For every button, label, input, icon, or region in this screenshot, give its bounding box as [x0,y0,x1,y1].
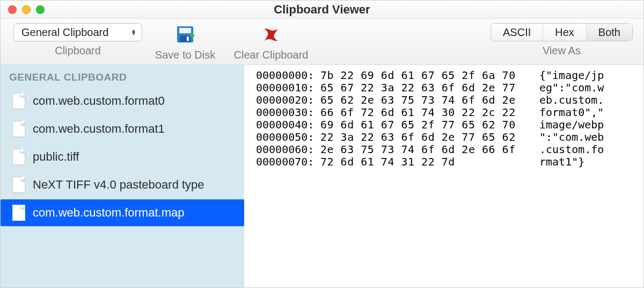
hex-ascii: eg":"com.w [524,82,604,94]
document-icon [12,177,25,193]
document-icon [12,93,25,109]
hex-row: 00000050:22 3a 22 63 6f 6d 2e 77 65 62":… [256,131,638,143]
viewas-segmented: ASCII Hex Both [491,23,633,41]
svg-rect-4 [189,34,193,37]
document-icon [12,121,25,137]
hex-pane[interactable]: 00000000:7b 22 69 6d 61 67 65 2f 6a 70{"… [244,65,643,287]
hex-ascii: image/webp [524,119,604,131]
hex-offset: 00000000: [256,69,320,82]
hex-row: 00000030:66 6f 72 6d 61 74 30 22 2c 22fo… [256,106,638,119]
hex-row: 00000000:7b 22 69 6d 61 67 65 2f 6a 70{"… [256,69,638,82]
sidebar-item[interactable]: com.web.custom.format.map [1,199,244,226]
window-title: Clipboard Viewer [1,3,643,17]
hex-bytes: 69 6d 61 67 65 2f 77 65 62 70 [320,119,524,131]
sidebar-item[interactable]: NeXT TIFF v4.0 pasteboard type [1,171,244,198]
sidebar-list: com.web.custom.format0com.web.custom.for… [1,88,244,226]
svg-rect-3 [187,37,189,41]
sidebar-item[interactable]: com.web.custom.format0 [1,88,244,114]
hex-offset: 00000020: [256,94,320,106]
chevron-updown-icon: ▲▼ [131,29,136,35]
toolbar-group-viewas: ASCII Hex Both View As [491,23,633,57]
sidebar-item-label: com.web.custom.format0 [33,94,165,108]
hex-bytes: 22 3a 22 63 6f 6d 2e 77 65 62 [320,131,524,143]
clipboard-select[interactable]: General Clipboard ▲▼ [13,23,142,41]
clipboard-select-value: General Clipboard [21,26,108,39]
hex-row: 00000070:72 6d 61 74 31 22 7drmat1"} [256,156,638,168]
hex-bytes: 72 6d 61 74 31 22 7d [320,156,524,168]
hex-offset: 00000040: [256,119,320,131]
hex-bytes: 65 67 22 3a 22 63 6f 6d 2e 77 [320,82,524,94]
hex-row: 00000020:65 62 2e 63 75 73 74 6f 6d 2eeb… [256,94,638,106]
content-area: GENERAL CLIPBOARD com.web.custom.format0… [1,65,643,287]
save-to-disk-button[interactable] [174,23,196,46]
sidebar-item-label: com.web.custom.format1 [33,122,165,136]
hex-ascii: .custom.fo [524,143,604,156]
hex-offset: 00000060: [256,143,320,156]
viewas-ascii-button[interactable]: ASCII [491,24,543,41]
hex-bytes: 2e 63 75 73 74 6f 6d 2e 66 6f [320,143,524,156]
hex-ascii: rmat1"} [524,156,584,168]
viewas-both-button[interactable]: Both [587,24,632,41]
sidebar-header: GENERAL CLIPBOARD [1,69,244,87]
sidebar-item-label: public.tiff [33,150,79,164]
hex-row: 00000040:69 6d 61 67 65 2f 77 65 62 70im… [256,119,638,131]
hex-ascii: {"image/jp [524,69,604,82]
hex-offset: 00000050: [256,131,320,143]
clear-clipboard-button[interactable] [260,23,282,46]
toolbar-label-clipboard: Clipboard [55,45,101,57]
document-icon [12,149,25,165]
hex-row: 00000010:65 67 22 3a 22 63 6f 6d 2e 77eg… [256,82,638,94]
titlebar: Clipboard Viewer [1,1,643,19]
hex-ascii: ":"com.web [524,131,604,143]
traffic-lights [8,5,45,14]
toolbar: General Clipboard ▲▼ Clipboard Save to D… [1,19,643,65]
sidebar-item[interactable]: public.tiff [1,143,244,170]
sidebar-item[interactable]: com.web.custom.format1 [1,116,244,142]
hex-bytes: 65 62 2e 63 75 73 74 6f 6d 2e [320,94,524,106]
hex-ascii: eb.custom. [524,94,604,106]
hex-offset: 00000010: [256,82,320,94]
hex-offset: 00000030: [256,106,320,119]
toolbar-group-save: Save to Disk [148,23,223,61]
close-window-button[interactable] [8,5,17,14]
hex-bytes: 66 6f 72 6d 61 74 30 22 2c 22 [320,106,524,119]
app-window: Clipboard Viewer General Clipboard ▲▼ Cl… [0,0,644,288]
zoom-window-button[interactable] [36,5,45,14]
floppy-disk-icon [174,24,196,45]
hex-offset: 00000070: [256,156,320,168]
minimize-window-button[interactable] [22,5,31,14]
toolbar-label-viewas: View As [543,45,581,57]
x-icon [260,24,282,45]
document-icon [12,205,25,221]
sidebar-item-label: com.web.custom.format.map [33,206,184,220]
sidebar-item-label: NeXT TIFF v4.0 pasteboard type [33,178,204,192]
toolbar-group-clear: Clear Clipboard [223,23,319,61]
hex-bytes: 7b 22 69 6d 61 67 65 2f 6a 70 [320,69,524,82]
sidebar: GENERAL CLIPBOARD com.web.custom.format0… [1,65,244,287]
svg-rect-1 [179,28,191,33]
toolbar-label-clear: Clear Clipboard [234,49,309,61]
toolbar-label-save: Save to Disk [155,49,215,61]
hex-row: 00000060:2e 63 75 73 74 6f 6d 2e 66 6f.c… [256,143,638,156]
toolbar-group-clipboard: General Clipboard ▲▼ Clipboard [8,23,148,57]
viewas-hex-button[interactable]: Hex [543,24,587,41]
hex-ascii: format0"," [524,106,604,119]
